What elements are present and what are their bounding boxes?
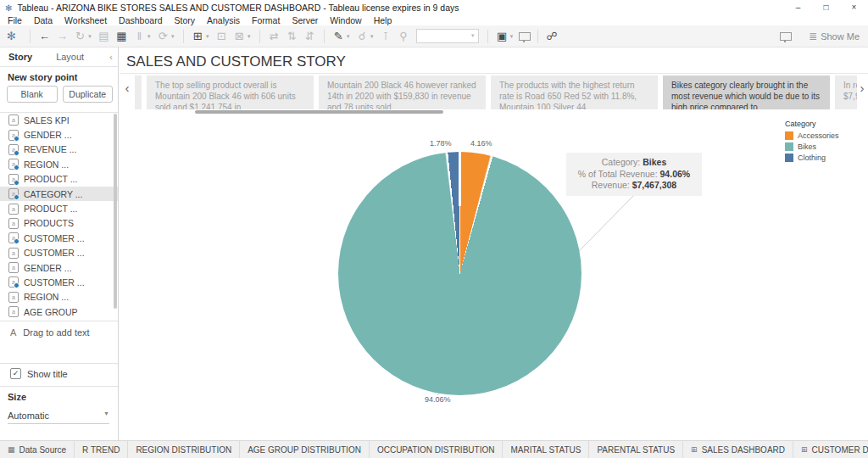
menu-item-worksheet[interactable]: Worksheet xyxy=(58,15,113,25)
tab-age-group-distribution[interactable]: AGE GROUP DISTRIBUTION xyxy=(240,441,370,458)
clear-sheet-icon[interactable]: ⊠▼ xyxy=(233,30,252,42)
story-point-box-4[interactable]: Bikes category clearly brought in the mo… xyxy=(663,75,830,109)
toolbar-combobox[interactable]: ▼ xyxy=(416,29,479,43)
new-data-source-icon: ▦ xyxy=(115,30,128,42)
story-point-box-partial[interactable] xyxy=(135,75,142,109)
size-label: Size xyxy=(8,392,26,402)
sidebar-item-customer[interactable]: aCUSTOMER ... xyxy=(0,275,118,289)
tab-data-source[interactable]: ▦ Data Source xyxy=(0,441,75,458)
new-worksheet-icon[interactable]: ⊞▼ xyxy=(192,30,210,42)
navigator-next-icon[interactable]: › xyxy=(857,81,867,95)
story-point-icon: a xyxy=(8,159,19,170)
pause-updates-icon[interactable]: ‖▼ xyxy=(133,30,152,42)
used-indicator-dot xyxy=(14,136,19,142)
maximize-button[interactable]: □ xyxy=(812,0,840,15)
show-me-button[interactable]: ≣ Show Me xyxy=(809,31,860,42)
sort-ascending-icon[interactable]: ⇅ xyxy=(286,30,298,42)
blank-button[interactable]: Blank xyxy=(7,86,58,103)
tooltip-revenue-label: Revenue: xyxy=(592,180,632,190)
sidebar-item-sales-kpi[interactable]: aSALES KPI xyxy=(0,113,118,127)
story-point-box-5[interactable]: In reg $7,93 xyxy=(835,75,857,109)
sidebar-item-products[interactable]: aPRODUCTS xyxy=(0,216,118,231)
story-point-box-2[interactable]: Mountain 200 Black 46 however ranked 14t… xyxy=(319,75,486,109)
story-title: SALES AND CUSTOMER STORY xyxy=(120,47,868,74)
tab-story[interactable]: Story xyxy=(0,52,44,62)
text-label-icon[interactable]: ⊺ xyxy=(380,30,392,42)
refresh-icon[interactable]: ⟳▼ xyxy=(157,30,175,42)
legend-swatch xyxy=(785,142,793,151)
menu-item-data[interactable]: Data xyxy=(28,15,58,25)
presentation-mode-icon[interactable] xyxy=(780,32,792,41)
tab-r-trend[interactable]: R TREND xyxy=(75,441,128,458)
sidebar-item-customer[interactable]: aCUSTOMER ... xyxy=(0,231,118,245)
legend-item-clothing[interactable]: Clothing xyxy=(785,154,839,162)
pie-chart[interactable] xyxy=(338,152,581,395)
tab-customer-dashboard[interactable]: ⊞CUSTOMER DASHBOARD xyxy=(793,441,868,458)
toolbar-separator xyxy=(30,30,31,43)
sheet-label: PRODUCTS xyxy=(24,218,74,228)
sidebar-item-age-group[interactable]: aAGE GROUP xyxy=(0,304,118,319)
tab-marital-status[interactable]: MARITAL STATUS xyxy=(503,441,589,458)
size-dropdown[interactable]: Automatic ▼ xyxy=(8,411,109,424)
pie-label-accessories: 4.16% xyxy=(470,139,492,148)
pin-icon[interactable]: ⚲ xyxy=(398,30,410,42)
close-button[interactable]: × xyxy=(840,0,868,15)
undo-icon[interactable]: ← xyxy=(38,30,51,42)
navigator-previous-icon[interactable]: ‹ xyxy=(122,81,132,95)
sidebar-item-product[interactable]: aPRODUCT ... xyxy=(0,201,118,215)
sidebar-item-region[interactable]: aREGION ... xyxy=(0,290,118,304)
new-data-source-icon[interactable]: ▦ xyxy=(115,30,128,42)
sidebar-scrollbar[interactable] xyxy=(114,114,117,309)
replay-icon[interactable]: ↻▼ xyxy=(74,30,92,42)
menu-item-file[interactable]: File xyxy=(2,15,28,25)
sidebar-item-gender[interactable]: aGENDER ... xyxy=(0,260,118,275)
sidebar-item-category[interactable]: aCATEGORY ... xyxy=(0,187,118,201)
sidebar-item-gender[interactable]: aGENDER ... xyxy=(0,127,118,142)
fit-selector-icon[interactable]: ▣▼ xyxy=(496,30,515,42)
menu-item-story[interactable]: Story xyxy=(168,15,201,25)
sidebar-item-region[interactable]: aREGION ... xyxy=(0,157,118,171)
save-icon[interactable]: ▤ xyxy=(97,30,110,42)
format-links-icon[interactable]: ☌▼ xyxy=(356,30,375,42)
highlight-icon[interactable]: ✎▼ xyxy=(332,30,351,42)
tab-sales-dashboard[interactable]: ⊞SALES DASHBOARD xyxy=(683,441,793,458)
minimize-button[interactable]: – xyxy=(784,0,812,15)
show-title-checkbox[interactable]: ✓ xyxy=(10,368,21,379)
sheet-label: SALES KPI xyxy=(24,115,70,126)
drag-to-add-text[interactable]: A Drag to add text xyxy=(10,327,90,338)
menu-item-server[interactable]: Server xyxy=(286,15,324,25)
duplicate-sheet-icon[interactable]: ⊡ xyxy=(215,30,228,42)
swap-rows-columns-icon[interactable]: ⇄ xyxy=(268,30,281,42)
tab-region-distribution[interactable]: REGION DISTRIBUTION xyxy=(128,441,240,458)
presentation-icon[interactable] xyxy=(519,32,531,41)
story-point-box-3[interactable]: The products with the highest return rat… xyxy=(491,75,658,109)
sidebar-item-customer[interactable]: aCUSTOMER ... xyxy=(0,246,118,260)
story-point-box-1[interactable]: The top selling product overall is Mount… xyxy=(147,75,314,109)
menu-item-help[interactable]: Help xyxy=(368,15,398,25)
tableau-app-icon: ✻ xyxy=(5,3,12,13)
tab-occupation-distribution[interactable]: OCCUPATION DISTRIBUTION xyxy=(370,441,504,458)
legend-item-accessories[interactable]: Accessories xyxy=(785,131,839,140)
sort-descending-icon[interactable]: ⇵ xyxy=(303,30,316,42)
duplicate-button[interactable]: Duplicate xyxy=(63,86,114,103)
menu-item-dashboard[interactable]: Dashboard xyxy=(113,15,168,25)
divider xyxy=(0,321,118,321)
collapse-pane-icon[interactable]: ‹ xyxy=(109,52,113,62)
tab-layout[interactable]: Layout xyxy=(44,52,96,62)
story-point-icon: a xyxy=(8,188,19,199)
sidebar-tabs: Story Layout ‹ xyxy=(0,47,118,67)
tab-parental-status[interactable]: PARENTAL STATUS xyxy=(589,441,683,458)
tab-label: SALES DASHBOARD xyxy=(702,445,785,455)
story-point-icon: a xyxy=(8,144,19,155)
menu-item-window[interactable]: Window xyxy=(324,15,367,25)
menu-item-format[interactable]: Format xyxy=(246,15,286,25)
legend-swatch xyxy=(785,131,793,140)
sidebar-item-product[interactable]: aPRODUCT ... xyxy=(0,172,118,187)
share-icon[interactable]: ☍ xyxy=(546,30,559,42)
menu-item-analysis[interactable]: Analysis xyxy=(201,15,246,25)
tab-label: AGE GROUP DISTRIBUTION xyxy=(248,445,361,455)
sidebar-item-revenue[interactable]: aREVENUE ... xyxy=(0,142,118,157)
duplicate-sheet-icon: ⊡ xyxy=(215,30,228,42)
legend-item-bikes[interactable]: Bikes xyxy=(785,142,839,151)
redo-icon[interactable]: → xyxy=(56,30,69,42)
